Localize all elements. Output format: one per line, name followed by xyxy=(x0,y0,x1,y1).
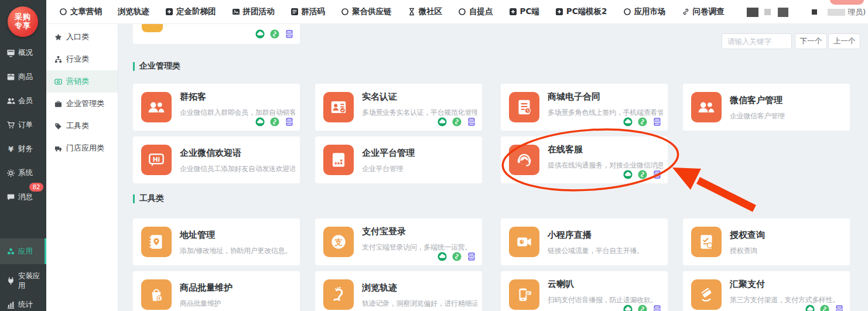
glyph-service-icon xyxy=(509,145,539,175)
app-card-text: 实名认证多场景业务实名认证，平台规范化管理。 xyxy=(362,91,477,118)
app-card[interactable]: 云喇叭扫码支付语音播报，防止遗漏收款。WAP xyxy=(501,271,668,311)
app-card-desc: 扫码支付语音播报，防止遗漏收款。 xyxy=(548,295,663,305)
platform-wap-icon[interactable]: WAP xyxy=(467,252,476,261)
app-card[interactable]: 浏览轨迹轨迹记录，洞察浏览偏好，进行精细运营。 xyxy=(315,271,482,311)
app-logo: 采购 专享 xyxy=(8,6,38,37)
platform-cloud-icon[interactable] xyxy=(255,29,265,39)
app-card[interactable]: 群拓客企业微信群入群即会员，加群自动锁客。WAP xyxy=(133,84,300,131)
nav-item[interactable]: 浏览轨迹 xyxy=(118,6,149,17)
nav-item-label: 拼团活动 xyxy=(243,6,275,17)
app-card[interactable]: 地址管理添加/修改地址，协助用户更改信息。 xyxy=(133,218,300,265)
platform-cloud-icon[interactable] xyxy=(623,305,633,311)
app-card-title: 商城电子合同 xyxy=(548,91,663,102)
app-card-title: 支付宝登录 xyxy=(362,226,477,237)
prev-button[interactable]: 上一个 xyxy=(828,33,860,49)
platform-wap-icon[interactable]: WAP xyxy=(467,117,476,127)
category-item-sitemap[interactable]: 行业类 xyxy=(46,48,118,70)
platform-cloud-icon[interactable] xyxy=(438,252,447,261)
sidebar-item-goods[interactable]: 商品 xyxy=(0,65,46,89)
sidebar-item-install[interactable]: 安装应用 xyxy=(0,269,46,293)
app-card[interactable]: 授权查询授权查询 xyxy=(683,218,850,265)
sidebar-item-overview[interactable]: 概况 xyxy=(0,41,46,65)
platform-link-icon[interactable] xyxy=(638,117,647,127)
platform-link-icon[interactable] xyxy=(270,29,279,39)
nav-item[interactable]: 定金阶梯团 xyxy=(165,6,216,17)
app-card-text: 小程序直播链接公域流量，平台自主开播。 xyxy=(548,230,663,256)
nav-item[interactable]: 聚合供应链 xyxy=(341,6,392,17)
sidebar-item-system[interactable]: 系统 xyxy=(0,161,46,185)
platform-wap-icon[interactable]: WAP xyxy=(652,117,662,127)
system-icon xyxy=(6,169,15,177)
app-card[interactable]: 小程序直播链接公域流量，平台自主开播。 xyxy=(501,218,668,265)
sidebar-item-label: 安装应用 xyxy=(18,271,46,291)
app-card[interactable]: 支支付宝登录支付宝端登录访问，多端统一运营。WAP xyxy=(315,218,482,265)
nav-item[interactable]: 自提点 xyxy=(458,6,493,17)
app-card[interactable]: Hi企业微信欢迎语企业微信员工添加好友自动发送欢迎语！ xyxy=(133,136,300,183)
overview-icon xyxy=(6,49,15,57)
app-card-desc: 第三方支付渠道，支付方式多样性。 xyxy=(730,295,845,305)
circle-icon xyxy=(59,8,67,16)
platform-icons: WAP xyxy=(623,305,662,311)
platform-wap-icon[interactable]: WAP xyxy=(652,305,662,311)
platform-link-icon[interactable] xyxy=(452,117,462,127)
top-nav-items: 文章营销浏览轨迹定金阶梯团拼团活动群活码聚合供应链微社区自提点PC端PC端模板2… xyxy=(59,6,740,17)
platform-wap-icon[interactable]: WAP xyxy=(652,170,662,179)
platform-link-icon[interactable] xyxy=(820,305,829,311)
category-item-star[interactable]: 入口类 xyxy=(46,26,118,48)
sidebar-item-messages[interactable]: 消息82 xyxy=(0,185,46,209)
platform-icons: WAP xyxy=(438,252,476,261)
sidebar-item-finance[interactable]: ¥财务 xyxy=(0,137,46,161)
platform-link-icon[interactable] xyxy=(638,305,647,311)
nav-item[interactable]: 文章营销 xyxy=(59,6,102,17)
platform-link-icon[interactable] xyxy=(638,170,647,179)
app-card[interactable]: 在线客服提供在线沟通服务，对接企业微信消息。WAP xyxy=(501,136,668,183)
app-card-title: 小程序直播 xyxy=(548,230,663,241)
platform-cloud-icon[interactable] xyxy=(805,305,815,311)
category-item-truck[interactable]: 门店应用类 xyxy=(46,137,118,159)
platform-cloud-icon[interactable] xyxy=(623,170,633,179)
app-card[interactable]: 实名认证多场景业务实名认证，平台规范化管理。WAP xyxy=(315,84,482,131)
platform-wap-icon[interactable]: WAP xyxy=(285,117,294,127)
search-input[interactable] xyxy=(722,33,792,49)
sidebar-item-stats[interactable]: 统计 xyxy=(0,293,46,311)
sidebar-item-label: 会员 xyxy=(18,96,33,106)
nav-item-label: 自提点 xyxy=(469,6,493,17)
section-title-bar xyxy=(133,194,135,203)
app-card-title: 微信客户管理 xyxy=(730,95,845,106)
partial-app-card[interactable]: WAP xyxy=(133,24,300,44)
nav-item[interactable]: 拼团活动 xyxy=(232,6,275,17)
app-card[interactable]: 企业平台管理企业平台管理 xyxy=(315,136,482,183)
nav-item[interactable]: PC端 xyxy=(509,6,539,17)
nav-item-label: 微社区 xyxy=(419,6,443,17)
nav-item[interactable]: PC端模板2 xyxy=(555,6,607,17)
app-card[interactable]: 微信客户管理企业微信客户管理 xyxy=(683,84,850,131)
category-item-tag[interactable]: 工具类 xyxy=(46,115,118,137)
nav-item[interactable]: 问卷调查 xyxy=(682,6,725,17)
sidebar-item-label: 概况 xyxy=(18,48,33,58)
nav-item[interactable]: 群活码 xyxy=(291,6,326,17)
redacted-user-block xyxy=(764,9,771,15)
platform-cloud-icon[interactable] xyxy=(255,117,265,127)
sidebar-item-apps[interactable]: 应用 xyxy=(0,238,46,264)
nav-item[interactable]: 应用市场 xyxy=(623,6,666,17)
category-item-briefcase[interactable]: 企业管理类 xyxy=(46,93,118,115)
app-card[interactable]: 商城电子合同多场景多角色线上签约，手机端查看管理。WAP xyxy=(501,84,668,131)
nav-item[interactable]: 微社区 xyxy=(408,6,443,17)
platform-cloud-icon[interactable] xyxy=(438,117,447,127)
plus-square-icon xyxy=(509,8,517,16)
glyph-live-icon xyxy=(509,227,539,257)
app-card[interactable]: 商品批量维护商品批量维护 xyxy=(133,271,300,311)
platform-cloud-icon[interactable] xyxy=(623,117,633,127)
sidebar-item-orders[interactable]: 订单 xyxy=(0,113,46,137)
next-button[interactable]: 下一个 xyxy=(795,33,827,49)
sidebar-item-members[interactable]: 会员 xyxy=(0,89,46,113)
app-card[interactable]: 汇聚支付第三方支付渠道，支付方式多样性。WAP xyxy=(683,271,850,311)
platform-link-icon[interactable] xyxy=(452,252,462,261)
platform-wap-icon[interactable]: WAP xyxy=(835,305,844,311)
top-right-partial-tag xyxy=(830,0,864,5)
platform-link-icon[interactable] xyxy=(270,117,279,127)
platform-wap-icon[interactable]: WAP xyxy=(285,29,294,39)
category-item-marketing[interactable]: 营销类 xyxy=(46,70,118,93)
logo-line1: 采购 xyxy=(15,13,31,22)
app-card-desc: 支付宝端登录访问，多端统一运营。 xyxy=(362,242,477,252)
